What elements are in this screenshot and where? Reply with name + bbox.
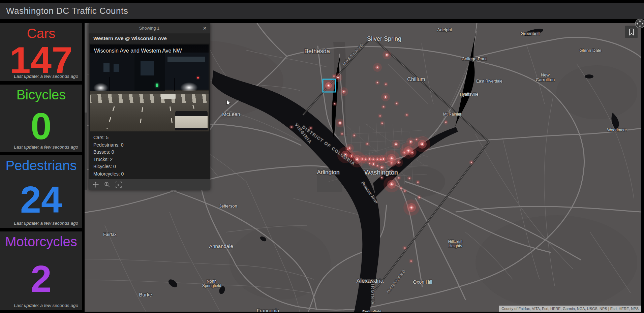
traffic-dot[interactable] <box>380 121 385 126</box>
popup-footer <box>89 179 210 190</box>
pan-icon[interactable] <box>93 182 99 188</box>
traffic-dot[interactable] <box>402 189 407 193</box>
map-place-label: Annandale <box>209 243 233 249</box>
traffic-dot[interactable] <box>394 101 399 106</box>
map-place-label: McLean <box>222 111 240 117</box>
popup-title: Western Ave @ Wisconsin Ave <box>89 33 210 43</box>
map-place-label: Greenbelt <box>520 31 540 36</box>
popup-stat-line: Pedestrians: 0 <box>93 142 205 150</box>
map-place-label: Burke <box>139 292 152 298</box>
popup-scrollbar-thumb[interactable] <box>85 23 87 113</box>
stat-value: 2 <box>0 247 82 310</box>
traffic-signal-red <box>197 77 199 79</box>
app-header: Washington DC Traffic Counts <box>0 3 644 19</box>
popup-stat-line: Busses: 0 <box>93 149 205 157</box>
popup-stat-line: Motorcycles: 0 <box>93 171 205 179</box>
traffic-dot[interactable] <box>375 80 380 85</box>
bookmark-icon <box>628 28 635 36</box>
map-place-label: Washington <box>364 169 398 176</box>
map-place-label: East Riverdale <box>476 79 502 84</box>
traffic-dot[interactable] <box>384 176 400 192</box>
stat-card-pedestrians: Pedestrians 24 Last update: a few second… <box>0 155 82 228</box>
map-place-label: Hyattsville <box>460 92 479 97</box>
map-place-label: Springfield <box>362 310 381 312</box>
camera-truck <box>175 111 208 130</box>
popup-stat-line: Bicycles: 0 <box>93 164 205 171</box>
traffic-dot[interactable] <box>339 87 348 96</box>
traffic-dot[interactable] <box>392 140 400 149</box>
traffic-dot[interactable] <box>417 195 422 200</box>
traffic-dot[interactable] <box>352 133 357 138</box>
traffic-dot[interactable] <box>402 246 407 250</box>
crosswalk-stripes <box>90 94 209 103</box>
traffic-dot[interactable] <box>443 120 448 125</box>
traffic-dot[interactable] <box>381 93 390 101</box>
zoom-in-icon[interactable] <box>104 182 110 188</box>
traffic-dot[interactable] <box>378 114 382 118</box>
dock-icon[interactable] <box>116 182 122 188</box>
traffic-dot[interactable] <box>469 160 474 165</box>
traffic-dot[interactable] <box>336 119 344 127</box>
traffic-dot[interactable] <box>373 63 382 72</box>
map-place-label: Franconia <box>257 308 279 312</box>
traffic-dot[interactable] <box>381 104 386 109</box>
traffic-dot[interactable] <box>332 101 337 106</box>
stat-value: 24 <box>0 171 82 228</box>
traffic-dot[interactable] <box>414 136 430 152</box>
traffic-dot[interactable] <box>400 143 417 159</box>
popup-stat-line: Trucks: 2 <box>93 157 205 164</box>
popup-stats-list: Cars: 5Pedestrians: 0Busses: 0Trucks: 2B… <box>89 131 210 180</box>
map-attribution: County of Fairfax, VITA, Esri, HERE, Gar… <box>499 306 641 312</box>
stat-card-cars: Cars 147 Last update: a few seconds ago <box>0 23 82 81</box>
traffic-dot[interactable] <box>334 73 342 82</box>
traffic-dot[interactable] <box>416 180 420 185</box>
camera-car <box>161 94 176 99</box>
camera-caption: Wisconsin Ave and Western Ave NW <box>94 48 182 54</box>
pan-widget-button[interactable] <box>635 19 644 29</box>
map-place-label: Arlington <box>317 169 339 176</box>
popup-scrollbar[interactable] <box>85 23 87 190</box>
popup-stat-line: Cars: 5 <box>93 135 205 142</box>
page-title: Washington DC Traffic Counts <box>0 6 128 16</box>
traffic-dot[interactable] <box>384 82 388 87</box>
stat-footnote: Last update: a few seconds ago <box>14 221 78 226</box>
traffic-camera-image: Wisconsin Ave and Western Ave NW <box>90 44 209 131</box>
traffic-dots-layer <box>289 51 474 263</box>
map-place-label: Mt Rainier <box>443 112 462 117</box>
traffic-dot[interactable] <box>322 79 335 92</box>
traffic-dot[interactable] <box>365 142 370 146</box>
map-place-label: Jefferson <box>219 204 237 209</box>
map-place-label: Chillum <box>407 76 425 82</box>
camera-window <box>103 63 110 72</box>
map-place-label: Alexandria <box>357 278 384 284</box>
traffic-signal-green <box>156 84 158 87</box>
map-place-label: Silver Spring <box>367 35 401 42</box>
camera-sidewalk <box>90 91 209 94</box>
stat-footnote: Last update: a few seconds ago <box>14 74 78 79</box>
popup-showing-label: Showing 1 <box>139 26 160 31</box>
map-place-label: Fairfax <box>103 232 117 237</box>
traffic-dot[interactable] <box>384 150 400 166</box>
traffic-dot[interactable] <box>403 199 420 216</box>
close-icon[interactable]: × <box>203 23 207 33</box>
traffic-dot[interactable] <box>369 160 378 168</box>
feature-popup: Showing 1 × Western Ave @ Wisconsin Ave <box>85 23 210 190</box>
lane-dashes <box>139 107 143 130</box>
traffic-dot[interactable] <box>404 113 409 117</box>
camera-window <box>114 64 119 72</box>
traffic-dot[interactable] <box>409 259 413 263</box>
map-place-label: NorthSpringfield <box>202 279 221 288</box>
stat-card-bicycles: Bicycles 0 Last update: a few seconds ag… <box>0 85 82 152</box>
map-place-label: NewCarrollton <box>536 72 555 82</box>
traffic-dot[interactable] <box>407 176 412 181</box>
stats-sidebar: Cars 147 Last update: a few seconds ago … <box>0 23 82 310</box>
map-place-label: HillcrestHeights <box>448 239 463 248</box>
stat-card-motorcycles: Motorcycles 2 Last update: a few seconds… <box>0 231 82 310</box>
traffic-dot[interactable] <box>340 131 344 136</box>
map-state-label: VIRGINIA <box>370 281 375 305</box>
map-place-label: Adelphi <box>437 27 452 32</box>
traffic-dot[interactable] <box>289 125 294 129</box>
traffic-dot[interactable] <box>379 175 384 180</box>
traffic-dot[interactable] <box>382 51 391 59</box>
popup-showing-bar: Showing 1 × <box>89 23 210 33</box>
